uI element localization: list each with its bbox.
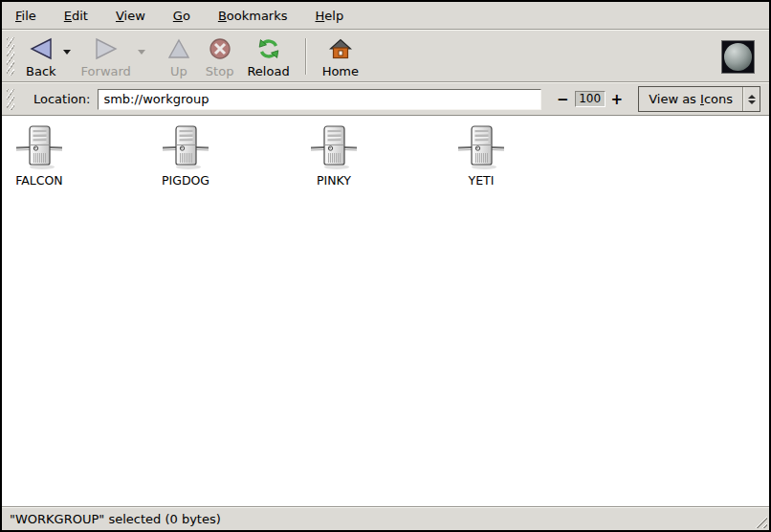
- status-bar: "WORKGROUP" selected (0 bytes): [2, 506, 769, 530]
- network-host-yeti[interactable]: YETI: [444, 124, 518, 188]
- forward-arrow-icon: [94, 34, 119, 63]
- server-icon: [311, 124, 357, 170]
- forward-label: Forward: [81, 64, 131, 78]
- location-label: Location:: [33, 92, 90, 106]
- toolbar-separator: [305, 38, 307, 75]
- menu-help[interactable]: Help: [306, 4, 354, 28]
- view-mode-dropdown[interactable]: View as Icons: [638, 86, 760, 112]
- reload-button[interactable]: Reload: [240, 33, 296, 80]
- server-icon: [458, 124, 504, 170]
- forward-button[interactable]: Forward: [75, 33, 138, 80]
- sphere: [724, 43, 752, 71]
- status-text: "WORKGROUP" selected (0 bytes): [10, 512, 221, 526]
- host-name: PINKY: [317, 173, 351, 188]
- network-host-falcon[interactable]: FALCON: [2, 124, 77, 188]
- host-name: FALCON: [15, 173, 62, 188]
- menu-bar: File Edit View Go Bookmarks Help: [2, 2, 769, 29]
- back-button[interactable]: Back: [19, 33, 63, 80]
- network-host-pinky[interactable]: PINKY: [297, 124, 371, 188]
- menu-view[interactable]: View: [106, 4, 155, 28]
- throbber-sphere-icon: [721, 40, 755, 74]
- menu-go[interactable]: Go: [164, 4, 200, 28]
- zoom-in-button[interactable]: +: [606, 91, 629, 108]
- up-button[interactable]: Up: [159, 33, 199, 80]
- back-label: Back: [26, 64, 56, 78]
- dropdown-arrows-icon: [743, 95, 760, 104]
- stop-icon: [209, 34, 231, 63]
- menu-bookmarks[interactable]: Bookmarks: [209, 4, 297, 28]
- zoom-out-button[interactable]: −: [551, 91, 575, 108]
- stop-label: Stop: [206, 64, 234, 78]
- zoom-level-indicator: 100: [575, 91, 606, 107]
- menu-edit[interactable]: Edit: [55, 4, 98, 28]
- home-icon: [329, 34, 352, 63]
- location-bar-drag-handle[interactable]: [7, 89, 14, 110]
- back-history-dropdown-icon[interactable]: [63, 50, 71, 55]
- host-name: YETI: [469, 173, 495, 188]
- stop-button[interactable]: Stop: [199, 33, 241, 80]
- view-mode-label: View as Icons: [639, 92, 742, 106]
- location-input[interactable]: [98, 89, 541, 110]
- toolbar: Back Forward Up Stop: [2, 31, 769, 81]
- file-manager-window: File Edit View Go Bookmarks Help Back Fo…: [0, 0, 771, 532]
- up-label: Up: [170, 64, 187, 78]
- up-arrow-icon: [167, 34, 190, 63]
- reload-label: Reload: [247, 64, 289, 78]
- resize-grip[interactable]: [751, 512, 767, 528]
- reload-icon: [257, 34, 280, 63]
- host-name: PIGDOG: [162, 173, 209, 188]
- server-icon: [16, 124, 62, 170]
- menu-file[interactable]: File: [6, 4, 46, 28]
- location-bar: Location: − 100 + View as Icons: [2, 83, 769, 115]
- home-label: Home: [322, 64, 359, 78]
- forward-history-dropdown-icon[interactable]: [138, 50, 145, 55]
- server-icon: [163, 124, 209, 170]
- file-view[interactable]: FALCON PIGDOG PINKY YETI: [2, 115, 769, 506]
- home-button[interactable]: Home: [316, 33, 365, 80]
- view-mode-word: Icons: [700, 92, 733, 106]
- network-host-pigdog[interactable]: PIGDOG: [148, 124, 223, 188]
- view-mode-prefix: View as: [649, 92, 700, 106]
- back-arrow-icon: [29, 34, 54, 63]
- toolbar-drag-handle[interactable]: [7, 37, 14, 76]
